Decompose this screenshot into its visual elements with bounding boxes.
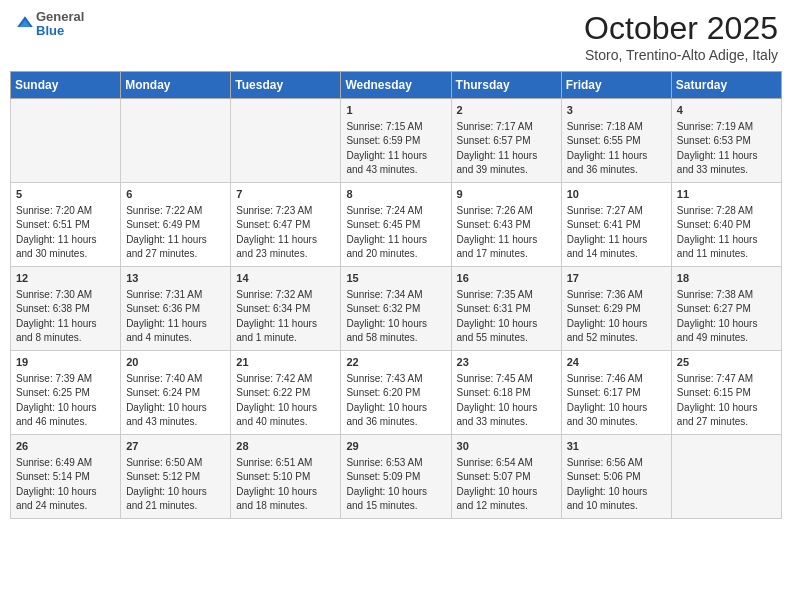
calendar-body: 1Sunrise: 7:15 AM Sunset: 6:59 PM Daylig… (11, 99, 782, 519)
day-number: 15 (346, 271, 445, 287)
calendar-week-row: 1Sunrise: 7:15 AM Sunset: 6:59 PM Daylig… (11, 99, 782, 183)
calendar-week-row: 12Sunrise: 7:30 AM Sunset: 6:38 PM Dayli… (11, 266, 782, 350)
calendar-day-8: 8Sunrise: 7:24 AM Sunset: 6:45 PM Daylig… (341, 182, 451, 266)
day-info: Sunrise: 7:34 AM Sunset: 6:32 PM Dayligh… (346, 288, 445, 346)
weekday-header-friday: Friday (561, 72, 671, 99)
calendar-day-6: 6Sunrise: 7:22 AM Sunset: 6:49 PM Daylig… (121, 182, 231, 266)
day-info: Sunrise: 7:35 AM Sunset: 6:31 PM Dayligh… (457, 288, 556, 346)
calendar-day-31: 31Sunrise: 6:56 AM Sunset: 5:06 PM Dayli… (561, 434, 671, 518)
day-info: Sunrise: 7:40 AM Sunset: 6:24 PM Dayligh… (126, 372, 225, 430)
day-number: 11 (677, 187, 776, 203)
weekday-header-sunday: Sunday (11, 72, 121, 99)
calendar-day-16: 16Sunrise: 7:35 AM Sunset: 6:31 PM Dayli… (451, 266, 561, 350)
day-number: 31 (567, 439, 666, 455)
day-info: Sunrise: 6:53 AM Sunset: 5:09 PM Dayligh… (346, 456, 445, 514)
day-info: Sunrise: 7:32 AM Sunset: 6:34 PM Dayligh… (236, 288, 335, 346)
calendar-day-20: 20Sunrise: 7:40 AM Sunset: 6:24 PM Dayli… (121, 350, 231, 434)
day-info: Sunrise: 6:50 AM Sunset: 5:12 PM Dayligh… (126, 456, 225, 514)
title-block: October 2025 Storo, Trentino-Alto Adige,… (584, 10, 778, 63)
calendar-empty-cell (121, 99, 231, 183)
day-number: 22 (346, 355, 445, 371)
calendar-day-14: 14Sunrise: 7:32 AM Sunset: 6:34 PM Dayli… (231, 266, 341, 350)
calendar-empty-cell (11, 99, 121, 183)
calendar-day-26: 26Sunrise: 6:49 AM Sunset: 5:14 PM Dayli… (11, 434, 121, 518)
day-number: 2 (457, 103, 556, 119)
day-info: Sunrise: 7:38 AM Sunset: 6:27 PM Dayligh… (677, 288, 776, 346)
calendar-day-12: 12Sunrise: 7:30 AM Sunset: 6:38 PM Dayli… (11, 266, 121, 350)
page-header: General Blue October 2025 Storo, Trentin… (10, 10, 782, 63)
day-number: 25 (677, 355, 776, 371)
day-number: 3 (567, 103, 666, 119)
day-info: Sunrise: 7:31 AM Sunset: 6:36 PM Dayligh… (126, 288, 225, 346)
calendar-subtitle: Storo, Trentino-Alto Adige, Italy (584, 47, 778, 63)
logo-icon (16, 15, 34, 33)
day-number: 17 (567, 271, 666, 287)
calendar-day-15: 15Sunrise: 7:34 AM Sunset: 6:32 PM Dayli… (341, 266, 451, 350)
calendar-day-21: 21Sunrise: 7:42 AM Sunset: 6:22 PM Dayli… (231, 350, 341, 434)
calendar-day-4: 4Sunrise: 7:19 AM Sunset: 6:53 PM Daylig… (671, 99, 781, 183)
calendar-day-22: 22Sunrise: 7:43 AM Sunset: 6:20 PM Dayli… (341, 350, 451, 434)
day-number: 14 (236, 271, 335, 287)
calendar-empty-cell (671, 434, 781, 518)
weekday-header-wednesday: Wednesday (341, 72, 451, 99)
weekday-header-row: SundayMondayTuesdayWednesdayThursdayFrid… (11, 72, 782, 99)
day-number: 9 (457, 187, 556, 203)
day-info: Sunrise: 7:22 AM Sunset: 6:49 PM Dayligh… (126, 204, 225, 262)
day-number: 10 (567, 187, 666, 203)
day-info: Sunrise: 6:51 AM Sunset: 5:10 PM Dayligh… (236, 456, 335, 514)
day-info: Sunrise: 7:43 AM Sunset: 6:20 PM Dayligh… (346, 372, 445, 430)
day-number: 12 (16, 271, 115, 287)
calendar-day-11: 11Sunrise: 7:28 AM Sunset: 6:40 PM Dayli… (671, 182, 781, 266)
day-number: 6 (126, 187, 225, 203)
day-info: Sunrise: 6:56 AM Sunset: 5:06 PM Dayligh… (567, 456, 666, 514)
day-info: Sunrise: 7:46 AM Sunset: 6:17 PM Dayligh… (567, 372, 666, 430)
calendar-day-30: 30Sunrise: 6:54 AM Sunset: 5:07 PM Dayli… (451, 434, 561, 518)
day-info: Sunrise: 7:17 AM Sunset: 6:57 PM Dayligh… (457, 120, 556, 178)
day-number: 27 (126, 439, 225, 455)
calendar-week-row: 26Sunrise: 6:49 AM Sunset: 5:14 PM Dayli… (11, 434, 782, 518)
calendar-day-23: 23Sunrise: 7:45 AM Sunset: 6:18 PM Dayli… (451, 350, 561, 434)
calendar-day-24: 24Sunrise: 7:46 AM Sunset: 6:17 PM Dayli… (561, 350, 671, 434)
day-number: 13 (126, 271, 225, 287)
calendar-day-7: 7Sunrise: 7:23 AM Sunset: 6:47 PM Daylig… (231, 182, 341, 266)
calendar-day-3: 3Sunrise: 7:18 AM Sunset: 6:55 PM Daylig… (561, 99, 671, 183)
calendar-day-28: 28Sunrise: 6:51 AM Sunset: 5:10 PM Dayli… (231, 434, 341, 518)
weekday-header-tuesday: Tuesday (231, 72, 341, 99)
day-info: Sunrise: 7:20 AM Sunset: 6:51 PM Dayligh… (16, 204, 115, 262)
day-number: 21 (236, 355, 335, 371)
day-number: 18 (677, 271, 776, 287)
calendar-day-10: 10Sunrise: 7:27 AM Sunset: 6:41 PM Dayli… (561, 182, 671, 266)
calendar-day-27: 27Sunrise: 6:50 AM Sunset: 5:12 PM Dayli… (121, 434, 231, 518)
calendar-day-1: 1Sunrise: 7:15 AM Sunset: 6:59 PM Daylig… (341, 99, 451, 183)
calendar-day-13: 13Sunrise: 7:31 AM Sunset: 6:36 PM Dayli… (121, 266, 231, 350)
day-number: 24 (567, 355, 666, 371)
day-number: 26 (16, 439, 115, 455)
day-number: 5 (16, 187, 115, 203)
day-number: 28 (236, 439, 335, 455)
day-number: 29 (346, 439, 445, 455)
day-info: Sunrise: 7:26 AM Sunset: 6:43 PM Dayligh… (457, 204, 556, 262)
day-number: 16 (457, 271, 556, 287)
calendar-week-row: 5Sunrise: 7:20 AM Sunset: 6:51 PM Daylig… (11, 182, 782, 266)
calendar-week-row: 19Sunrise: 7:39 AM Sunset: 6:25 PM Dayli… (11, 350, 782, 434)
day-info: Sunrise: 6:54 AM Sunset: 5:07 PM Dayligh… (457, 456, 556, 514)
calendar-header: SundayMondayTuesdayWednesdayThursdayFrid… (11, 72, 782, 99)
day-number: 19 (16, 355, 115, 371)
day-info: Sunrise: 7:19 AM Sunset: 6:53 PM Dayligh… (677, 120, 776, 178)
calendar-day-17: 17Sunrise: 7:36 AM Sunset: 6:29 PM Dayli… (561, 266, 671, 350)
weekday-header-thursday: Thursday (451, 72, 561, 99)
day-info: Sunrise: 7:30 AM Sunset: 6:38 PM Dayligh… (16, 288, 115, 346)
day-number: 8 (346, 187, 445, 203)
calendar-day-29: 29Sunrise: 6:53 AM Sunset: 5:09 PM Dayli… (341, 434, 451, 518)
day-info: Sunrise: 7:23 AM Sunset: 6:47 PM Dayligh… (236, 204, 335, 262)
day-info: Sunrise: 7:24 AM Sunset: 6:45 PM Dayligh… (346, 204, 445, 262)
day-info: Sunrise: 7:36 AM Sunset: 6:29 PM Dayligh… (567, 288, 666, 346)
day-number: 20 (126, 355, 225, 371)
calendar-day-9: 9Sunrise: 7:26 AM Sunset: 6:43 PM Daylig… (451, 182, 561, 266)
calendar-day-2: 2Sunrise: 7:17 AM Sunset: 6:57 PM Daylig… (451, 99, 561, 183)
weekday-header-monday: Monday (121, 72, 231, 99)
calendar-table: SundayMondayTuesdayWednesdayThursdayFrid… (10, 71, 782, 519)
calendar-day-25: 25Sunrise: 7:47 AM Sunset: 6:15 PM Dayli… (671, 350, 781, 434)
day-info: Sunrise: 7:39 AM Sunset: 6:25 PM Dayligh… (16, 372, 115, 430)
day-number: 7 (236, 187, 335, 203)
